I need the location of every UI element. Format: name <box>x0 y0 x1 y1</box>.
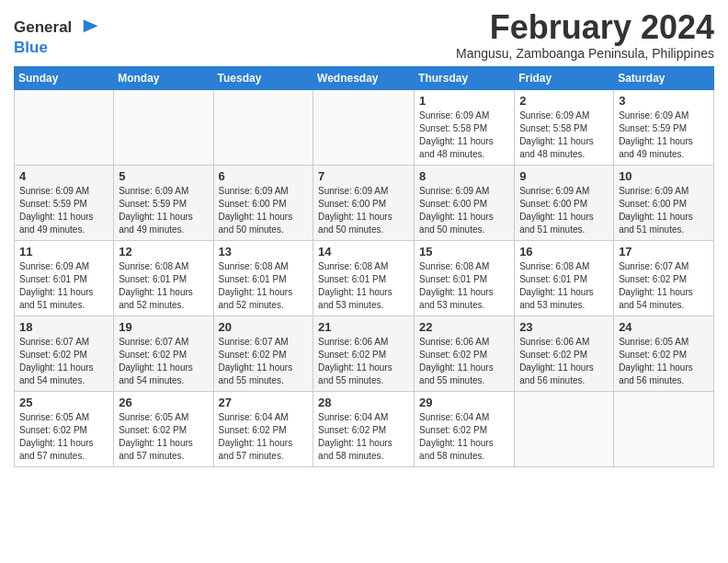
day-number: 8 <box>419 169 509 183</box>
day-cell: 10Sunrise: 6:09 AM Sunset: 6:00 PM Dayli… <box>614 165 714 240</box>
day-cell: 6Sunrise: 6:09 AM Sunset: 6:00 PM Daylig… <box>213 165 313 240</box>
day-cell <box>114 89 213 165</box>
header-cell-thursday: Thursday <box>415 66 515 89</box>
day-number: 16 <box>519 245 609 259</box>
day-cell: 15Sunrise: 6:08 AM Sunset: 6:01 PM Dayli… <box>415 240 515 316</box>
day-info: Sunrise: 6:09 AM Sunset: 5:59 PM Dayligh… <box>19 185 108 236</box>
day-cell <box>313 89 415 165</box>
day-number: 7 <box>318 169 409 183</box>
day-info: Sunrise: 6:05 AM Sunset: 6:02 PM Dayligh… <box>619 336 709 387</box>
day-cell: 11Sunrise: 6:09 AM Sunset: 6:01 PM Dayli… <box>15 240 114 316</box>
header-row: SundayMondayTuesdayWednesdayThursdayFrid… <box>15 66 714 89</box>
day-cell <box>213 89 313 165</box>
day-cell: 23Sunrise: 6:06 AM Sunset: 6:02 PM Dayli… <box>515 316 614 391</box>
day-cell: 13Sunrise: 6:08 AM Sunset: 6:01 PM Dayli… <box>213 240 313 316</box>
location-subtitle: Mangusu, Zamboanga Peninsula, Philippine… <box>456 46 714 61</box>
header-cell-monday: Monday <box>114 66 213 89</box>
day-cell: 2Sunrise: 6:09 AM Sunset: 5:58 PM Daylig… <box>515 89 614 165</box>
day-number: 14 <box>318 245 409 259</box>
day-info: Sunrise: 6:08 AM Sunset: 6:01 PM Dayligh… <box>219 260 309 312</box>
day-info: Sunrise: 6:09 AM Sunset: 5:59 PM Dayligh… <box>619 109 709 161</box>
day-number: 22 <box>419 320 509 334</box>
day-number: 13 <box>219 245 309 259</box>
day-number: 21 <box>318 320 409 334</box>
day-number: 3 <box>619 94 709 108</box>
day-cell: 17Sunrise: 6:07 AM Sunset: 6:02 PM Dayli… <box>614 240 714 316</box>
day-number: 20 <box>219 320 309 334</box>
day-cell: 24Sunrise: 6:05 AM Sunset: 6:02 PM Dayli… <box>614 316 714 391</box>
week-row-1: 1Sunrise: 6:09 AM Sunset: 5:58 PM Daylig… <box>15 89 714 165</box>
week-row-4: 18Sunrise: 6:07 AM Sunset: 6:02 PM Dayli… <box>15 316 714 391</box>
day-number: 25 <box>19 396 108 409</box>
day-info: Sunrise: 6:08 AM Sunset: 6:01 PM Dayligh… <box>519 260 609 312</box>
header: General Blue February 2024 Mangusu, Zamb… <box>14 9 714 61</box>
header-cell-saturday: Saturday <box>614 66 714 89</box>
svg-marker-0 <box>84 19 98 32</box>
day-cell: 5Sunrise: 6:09 AM Sunset: 5:59 PM Daylig… <box>114 165 213 240</box>
day-cell: 25Sunrise: 6:05 AM Sunset: 6:02 PM Dayli… <box>15 391 114 466</box>
header-cell-sunday: Sunday <box>15 66 114 89</box>
day-cell: 9Sunrise: 6:09 AM Sunset: 6:00 PM Daylig… <box>515 165 614 240</box>
day-info: Sunrise: 6:06 AM Sunset: 6:02 PM Dayligh… <box>519 336 609 387</box>
day-number: 5 <box>119 169 208 183</box>
day-cell: 4Sunrise: 6:09 AM Sunset: 5:59 PM Daylig… <box>15 165 114 240</box>
logo: General Blue <box>14 15 101 57</box>
day-number: 24 <box>619 320 709 334</box>
day-info: Sunrise: 6:09 AM Sunset: 6:00 PM Dayligh… <box>318 185 409 236</box>
day-cell: 26Sunrise: 6:05 AM Sunset: 6:02 PM Dayli… <box>114 391 213 466</box>
week-row-5: 25Sunrise: 6:05 AM Sunset: 6:02 PM Dayli… <box>15 391 714 466</box>
day-cell: 19Sunrise: 6:07 AM Sunset: 6:02 PM Dayli… <box>114 316 213 391</box>
day-info: Sunrise: 6:07 AM Sunset: 6:02 PM Dayligh… <box>219 336 309 387</box>
day-info: Sunrise: 6:06 AM Sunset: 6:02 PM Dayligh… <box>419 336 509 387</box>
day-info: Sunrise: 6:07 AM Sunset: 6:02 PM Dayligh… <box>119 336 208 387</box>
day-info: Sunrise: 6:08 AM Sunset: 6:01 PM Dayligh… <box>119 260 208 312</box>
day-cell: 16Sunrise: 6:08 AM Sunset: 6:01 PM Dayli… <box>515 240 614 316</box>
day-cell: 7Sunrise: 6:09 AM Sunset: 6:00 PM Daylig… <box>313 165 415 240</box>
day-number: 23 <box>519 320 609 334</box>
day-number: 2 <box>519 94 609 108</box>
day-info: Sunrise: 6:05 AM Sunset: 6:02 PM Dayligh… <box>119 411 208 463</box>
day-cell: 20Sunrise: 6:07 AM Sunset: 6:02 PM Dayli… <box>213 316 313 391</box>
day-info: Sunrise: 6:09 AM Sunset: 6:01 PM Dayligh… <box>19 260 108 312</box>
day-number: 1 <box>419 94 509 108</box>
day-info: Sunrise: 6:07 AM Sunset: 6:02 PM Dayligh… <box>19 336 108 387</box>
day-info: Sunrise: 6:08 AM Sunset: 6:01 PM Dayligh… <box>318 260 409 312</box>
header-cell-tuesday: Tuesday <box>213 66 313 89</box>
day-info: Sunrise: 6:09 AM Sunset: 6:00 PM Dayligh… <box>619 185 709 236</box>
day-info: Sunrise: 6:09 AM Sunset: 6:00 PM Dayligh… <box>419 185 509 236</box>
month-title: February 2024 <box>456 9 714 46</box>
day-number: 15 <box>419 245 509 259</box>
day-info: Sunrise: 6:09 AM Sunset: 5:59 PM Dayligh… <box>119 185 208 236</box>
day-info: Sunrise: 6:05 AM Sunset: 6:02 PM Dayligh… <box>19 411 108 463</box>
day-number: 4 <box>19 169 108 183</box>
day-number: 29 <box>419 396 509 409</box>
day-number: 19 <box>119 320 208 334</box>
day-cell: 3Sunrise: 6:09 AM Sunset: 5:59 PM Daylig… <box>614 89 714 165</box>
day-number: 9 <box>519 169 609 183</box>
day-number: 27 <box>219 396 309 409</box>
day-info: Sunrise: 6:09 AM Sunset: 6:00 PM Dayligh… <box>519 185 609 236</box>
calendar-table: SundayMondayTuesdayWednesdayThursdayFrid… <box>14 66 714 467</box>
day-cell: 21Sunrise: 6:06 AM Sunset: 6:02 PM Dayli… <box>313 316 415 391</box>
day-cell: 18Sunrise: 6:07 AM Sunset: 6:02 PM Dayli… <box>15 316 114 391</box>
title-area: February 2024 Mangusu, Zamboanga Peninsu… <box>456 9 714 61</box>
day-info: Sunrise: 6:09 AM Sunset: 5:58 PM Dayligh… <box>519 109 609 161</box>
day-cell: 8Sunrise: 6:09 AM Sunset: 6:00 PM Daylig… <box>415 165 515 240</box>
day-info: Sunrise: 6:08 AM Sunset: 6:01 PM Dayligh… <box>419 260 509 312</box>
day-number: 12 <box>119 245 208 259</box>
day-number: 11 <box>19 245 108 259</box>
day-cell <box>614 391 714 466</box>
day-info: Sunrise: 6:04 AM Sunset: 6:02 PM Dayligh… <box>419 411 509 463</box>
day-cell <box>15 89 114 165</box>
day-cell: 28Sunrise: 6:04 AM Sunset: 6:02 PM Dayli… <box>313 391 415 466</box>
day-info: Sunrise: 6:09 AM Sunset: 5:58 PM Dayligh… <box>419 109 509 161</box>
day-number: 26 <box>119 396 208 409</box>
header-cell-wednesday: Wednesday <box>313 66 415 89</box>
day-cell: 29Sunrise: 6:04 AM Sunset: 6:02 PM Dayli… <box>415 391 515 466</box>
day-cell: 27Sunrise: 6:04 AM Sunset: 6:02 PM Dayli… <box>213 391 313 466</box>
day-cell: 1Sunrise: 6:09 AM Sunset: 5:58 PM Daylig… <box>415 89 515 165</box>
day-cell: 14Sunrise: 6:08 AM Sunset: 6:01 PM Dayli… <box>313 240 415 316</box>
day-number: 18 <box>19 320 108 334</box>
week-row-2: 4Sunrise: 6:09 AM Sunset: 5:59 PM Daylig… <box>15 165 714 240</box>
day-number: 6 <box>219 169 309 183</box>
